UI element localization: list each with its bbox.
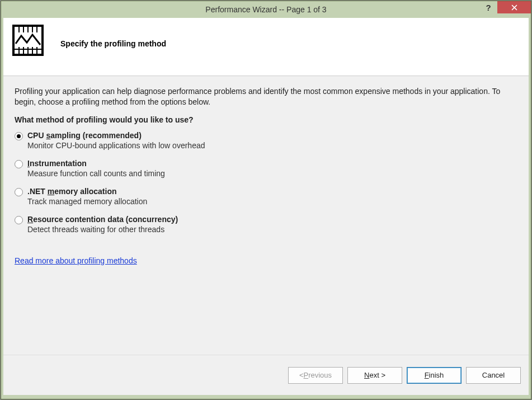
titlebar: Performance Wizard -- Page 1 of 3 ? xyxy=(1,1,531,18)
wizard-header: Specify the profiling method xyxy=(3,18,529,76)
option-desc: Monitor CPU-bound applications with low … xyxy=(27,141,205,150)
read-more-link[interactable]: Read more about profiling methods xyxy=(15,256,137,265)
option-label: Resource contention data (concurrency) xyxy=(27,215,178,224)
option-desc: Measure function call counts and timing xyxy=(27,169,165,178)
option-cpu-sampling[interactable]: CPU sampling (recommended) Monitor CPU-b… xyxy=(15,131,517,150)
option-net-memory[interactable]: .NET memory allocation Track managed mem… xyxy=(15,187,517,206)
question-text: What method of profiling would you like … xyxy=(15,115,517,124)
radio-resource-contention[interactable] xyxy=(15,216,23,224)
wizard-window: Performance Wizard -- Page 1 of 3 ? xyxy=(1,1,531,399)
option-label: Instrumentation xyxy=(27,159,165,168)
finish-button[interactable]: Finish xyxy=(407,367,462,384)
close-icon xyxy=(511,4,517,11)
titlebar-controls: ? xyxy=(479,1,531,13)
radio-cpu-sampling[interactable] xyxy=(15,132,23,140)
option-desc: Track managed memory allocation xyxy=(27,197,147,206)
cancel-button[interactable]: Cancel xyxy=(466,367,521,384)
option-resource-contention[interactable]: Resource contention data (concurrency) D… xyxy=(15,215,517,234)
window-title: Performance Wizard -- Page 1 of 3 xyxy=(1,5,531,14)
close-button[interactable] xyxy=(497,1,531,13)
next-button[interactable]: Next > xyxy=(347,367,402,384)
profiling-icon xyxy=(12,25,44,56)
intro-text: Profiling your application can help diag… xyxy=(15,86,517,107)
option-instrumentation[interactable]: Instrumentation Measure function call co… xyxy=(15,159,517,178)
radio-instrumentation[interactable] xyxy=(15,160,23,168)
previous-button: < Previous xyxy=(288,367,343,384)
option-label: .NET memory allocation xyxy=(27,187,147,196)
option-desc: Detect threads waiting for other threads xyxy=(27,225,178,234)
wizard-footer: < Previous Next > Finish Cancel xyxy=(3,355,529,395)
header-title: Specify the profiling method xyxy=(60,39,166,48)
option-label: CPU sampling (recommended) xyxy=(27,131,205,140)
wizard-content: Profiling your application can help diag… xyxy=(3,76,529,355)
radio-net-memory[interactable] xyxy=(15,188,23,196)
help-button[interactable]: ? xyxy=(479,1,497,13)
